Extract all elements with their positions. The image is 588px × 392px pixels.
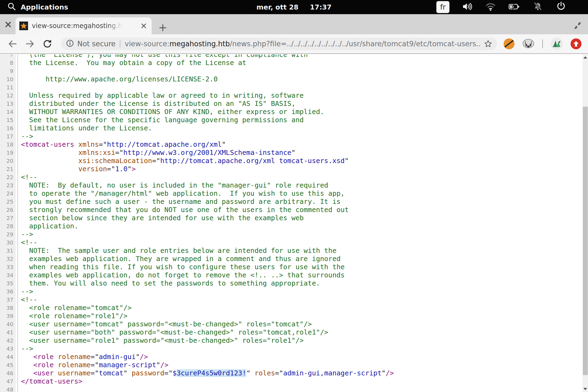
url-scheme: view-source: (125, 40, 169, 48)
line-number: 11 (0, 83, 16, 91)
source-line: 20 xsi:schemaLocation="http://tomcat.apa… (0, 157, 583, 165)
line-number: 36 (0, 287, 16, 296)
line-content: <user username="tomcat" password="$3cure… (17, 369, 583, 377)
url-host: megahosting.htb (170, 40, 230, 48)
line-number: 39 (0, 312, 16, 320)
line-content: --> (17, 132, 583, 140)
security-status-label[interactable]: Not secure (77, 40, 115, 48)
source-line: 21 version="1.0"> (0, 165, 583, 173)
line-content: you must define such a user - the userna… (17, 198, 583, 206)
line-number: 37 (0, 296, 16, 304)
source-line: 13 distributed under the License is dist… (0, 100, 583, 108)
line-number: 32 (0, 255, 16, 263)
line-content: <!-- (17, 238, 583, 247)
line-content: Unless required by applicable law or agr… (17, 91, 583, 100)
line-number: 21 (0, 165, 16, 173)
line-content: when reading this file. If you wish to c… (17, 263, 583, 271)
line-number: 18 (0, 140, 16, 149)
source-line: 37<!-- (0, 296, 583, 304)
source-line: 40 <user username="tomcat" password="<mu… (0, 320, 583, 328)
restore-window-icon[interactable] (572, 20, 583, 31)
line-number: 31 (0, 247, 16, 255)
blocker-slash (504, 39, 514, 48)
line-number: 28 (0, 222, 16, 230)
extensions-area (504, 38, 581, 50)
info-icon[interactable] (66, 39, 74, 48)
source-line: 16 limitations under the License. (0, 124, 583, 132)
source-line: 34 examples web application, do not forg… (0, 271, 583, 279)
reload-button[interactable] (42, 38, 53, 49)
privacy-badger-extension-icon[interactable] (522, 38, 535, 50)
content-blocker-extension-icon[interactable] (504, 38, 514, 49)
scrollbar-up-button[interactable] (583, 54, 588, 60)
omnibox-divider (120, 40, 120, 47)
source-line: 29--> (0, 230, 583, 238)
scrollbar-track[interactable] (583, 54, 588, 392)
line-number: 29 (0, 230, 16, 238)
back-button[interactable] (7, 38, 18, 49)
browser-tab[interactable]: view-source:megahosting.htb/n (16, 17, 152, 34)
line-number: 44 (0, 353, 16, 361)
line-number: 7 (0, 54, 16, 59)
source-line: 23 NOTE: By default, no user is included… (0, 181, 583, 189)
scrollbar-down-button[interactable] (583, 386, 588, 392)
page-content: 7 (the "License"); you may not use this … (0, 54, 588, 392)
source-line: 47</tomcat-users> (0, 377, 583, 385)
line-number: 46 (0, 369, 16, 377)
line-content: <user username="role1" password="<must-b… (17, 336, 583, 345)
source-line: 46 <user username="tomcat" password="$3c… (0, 369, 583, 377)
line-content: <user username="tomcat" password="<must-… (17, 320, 583, 328)
source-line: 42 <user username="role1" password="<mus… (0, 336, 583, 345)
source-line: 48 (0, 385, 583, 392)
url-path: /news.php?file=../../../../../../../../.… (230, 40, 480, 48)
source-line: 32 examples web application. They are wr… (0, 255, 583, 263)
line-number: 9 (0, 67, 16, 75)
address-bar[interactable]: Not secure view-source:megahosting.htb/n… (61, 38, 497, 50)
line-content: --> (17, 345, 583, 353)
source-line: 45 <role rolename="manager-script"/> (0, 361, 583, 369)
line-number: 24 (0, 189, 16, 198)
source-line: 15 See the License for the specific lang… (0, 116, 583, 124)
line-number: 15 (0, 116, 16, 124)
source-line: 14 WITHOUT WARRANTIES OR CONDITIONS OF A… (0, 108, 583, 116)
line-content: distributed under the License is distrib… (17, 100, 583, 108)
line-content: <!-- (17, 296, 583, 304)
line-content: --> (17, 230, 583, 238)
tab-strip: view-source:megahosting.htb/n (0, 14, 588, 34)
line-content (17, 83, 583, 91)
source-line: 25 you must define such a user - the use… (0, 198, 583, 206)
line-number: 10 (0, 75, 16, 83)
source-line: 9 (0, 67, 583, 75)
line-content: examples web application. They are wrapp… (17, 255, 583, 263)
tab-title: view-source:megahosting.htb/n (32, 22, 124, 30)
line-number: 13 (0, 100, 16, 108)
source-code: 7 (the "License"); you may not use this … (0, 54, 583, 392)
line-number: 38 (0, 304, 16, 312)
clock[interactable]: mer, ott 2817:37 (0, 3, 588, 11)
scrollbar-thumb[interactable] (583, 107, 588, 375)
line-content: NOTE: By default, no user is included in… (17, 181, 583, 189)
new-tab-button[interactable] (157, 22, 168, 33)
browser-update-button[interactable] (571, 38, 581, 49)
source-line: 28 application. (0, 222, 583, 230)
origami-dragon-extension-icon[interactable] (550, 38, 563, 50)
close-window-button[interactable] (4, 20, 13, 29)
line-number: 19 (0, 149, 16, 157)
line-number: 45 (0, 361, 16, 369)
line-content (17, 385, 583, 392)
line-number: 33 (0, 263, 16, 271)
source-line: 39 <role rolename="role1"/> (0, 312, 583, 320)
bookmark-star-icon[interactable] (483, 39, 493, 48)
source-line: 31 NOTE: The sample user and role entrie… (0, 247, 583, 255)
line-content: <role rolename="tomcat"/> (17, 304, 583, 312)
source-line: 41 <user username="both" password="<must… (0, 328, 583, 336)
line-content: application. (17, 222, 583, 230)
forward-button[interactable] (24, 38, 35, 49)
url-text[interactable]: view-source:megahosting.htb/news.php?fil… (125, 40, 480, 48)
tab-close-icon[interactable] (140, 22, 148, 30)
line-content: xmlns:xsi="http://www.w3.org/2001/XMLSch… (17, 149, 583, 157)
line-number: 41 (0, 328, 16, 336)
line-content: version="1.0"> (17, 165, 583, 173)
system-top-bar: Applications mer, ott 2817:37 fr (0, 0, 588, 14)
line-content: (the "License"); you may not use this fi… (17, 54, 583, 59)
